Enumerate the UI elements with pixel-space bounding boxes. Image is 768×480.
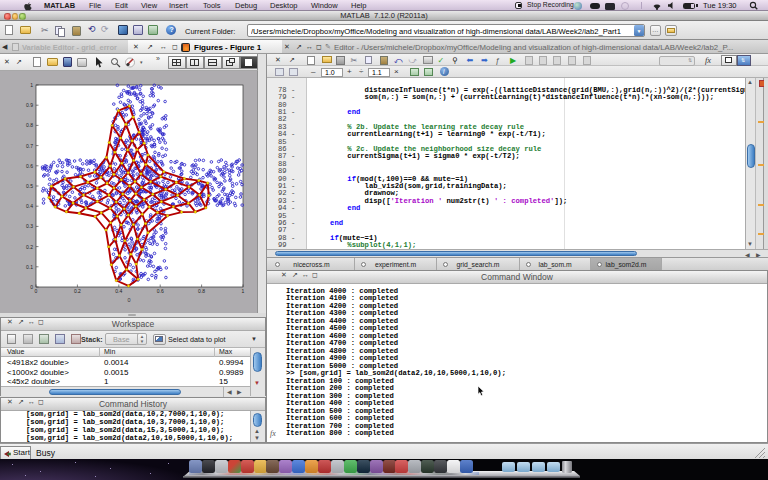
svg-text:0.3: 0.3: [26, 223, 33, 229]
svg-text:0.9: 0.9: [26, 102, 33, 108]
svg-text:0.8: 0.8: [26, 122, 33, 128]
svg-text:0: 0: [35, 288, 38, 294]
svg-text:0.2: 0.2: [74, 288, 81, 294]
svg-text:0.7: 0.7: [26, 143, 33, 149]
svg-text:0: 0: [127, 297, 130, 303]
svg-text:0.8: 0.8: [198, 288, 205, 294]
svg-text:0.5: 0.5: [26, 183, 33, 189]
svg-text:0.1: 0.1: [26, 264, 33, 270]
svg-text:1: 1: [30, 82, 33, 88]
svg-text:0.4: 0.4: [26, 203, 33, 209]
svg-text:0.6: 0.6: [26, 163, 33, 169]
svg-text:0.6: 0.6: [157, 288, 164, 294]
svg-text:0.2: 0.2: [26, 244, 33, 250]
svg-text:0.4: 0.4: [115, 288, 122, 294]
svg-text:1: 1: [242, 288, 245, 294]
svg-text:0: 0: [30, 284, 33, 290]
